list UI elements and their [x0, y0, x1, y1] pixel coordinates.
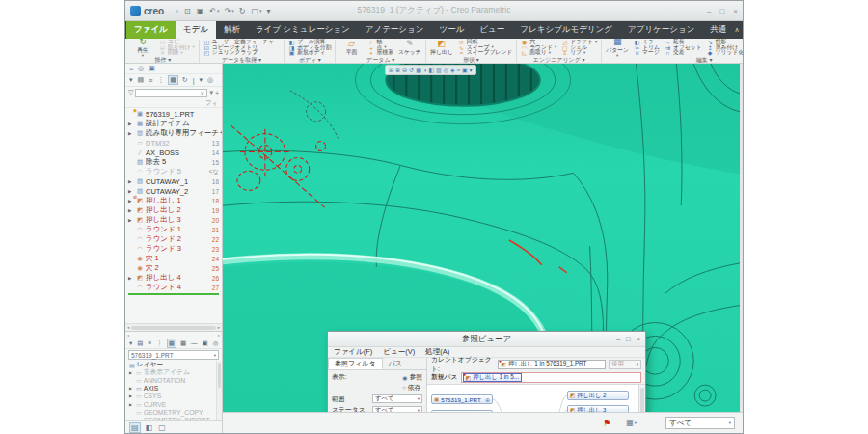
expand-arrow-icon[interactable]: ▶ [128, 208, 134, 213]
tree-row[interactable]: ◠ ラウンド 4 27 [125, 283, 222, 292]
expand-arrow-icon[interactable]: ▶ [128, 122, 134, 126]
layer-toolbar-button[interactable]: ▦ [179, 339, 187, 347]
layer-toolbar-button[interactable]: ▦ [167, 339, 176, 348]
navigator-dock-tab[interactable]: ▤ [129, 422, 141, 433]
ribbon-button-pattern[interactable]: ▦パターン▾ [605, 40, 630, 56]
tree-row[interactable]: ⁄ AX_BOSS 14 [125, 148, 222, 157]
layers-vertical-scrollbar[interactable] [216, 361, 222, 420]
layer-row[interactable]: ▶ ▭ 非表示アイテム [125, 368, 222, 376]
filter-dropdown-icon[interactable]: ▾ [209, 89, 213, 96]
notification-flag-icon[interactable]: ⚑ [603, 419, 610, 428]
tree-toolbar-button[interactable]: ↻ [181, 76, 189, 84]
tree-row[interactable]: ◉ 穴 1 24 [125, 254, 222, 263]
qat-button[interactable]: ▾ [266, 7, 271, 15]
graphics-tool-icon[interactable]: ⊖ [402, 67, 407, 73]
expand-arrow-icon[interactable]: ▶ [128, 276, 134, 281]
show-radio[interactable]: ◉参照 [402, 372, 422, 382]
ribbon-group-label[interactable]: データム ▾ [339, 56, 421, 64]
ribbon-tab[interactable]: フレキシブルモデリング [512, 21, 620, 39]
qat-button[interactable]: ▣ [197, 7, 205, 15]
selection-filter-button[interactable]: ▦ ▾ [626, 419, 637, 427]
graph-node[interactable]: ◩押し出し 3 [567, 405, 629, 412]
filter-add-icon[interactable]: + [215, 90, 219, 96]
layer-row[interactable]: ▭ GEOMETRY_IMPORT [125, 416, 222, 420]
ribbon-button-regenerate[interactable]: ↻再生▾ [130, 40, 155, 56]
ribbon-button-delete[interactable]: ✕削除▾ [158, 50, 196, 56]
maximize-button[interactable]: □ [719, 7, 724, 15]
tree-row[interactable]: ▨ 除去 5 15 [125, 157, 222, 167]
ribbon-tab[interactable]: 解析 [216, 21, 248, 39]
tree-search-input[interactable]: ✕ [135, 89, 207, 97]
navigator-dock-tab[interactable]: ▢ [157, 423, 167, 432]
selection-filter-combo[interactable]: すべて ▾ [665, 417, 735, 429]
tree-row[interactable]: ◠ ラウンド 5 <な [125, 167, 222, 176]
ribbon-tab[interactable]: アプリケーション [620, 21, 702, 39]
minimize-button[interactable]: – [707, 7, 711, 15]
layer-row[interactable]: ▶ ▭ AXIS [125, 385, 222, 393]
graphics-tool-icon[interactable]: ↺ [409, 67, 414, 73]
graphics-area[interactable]: ⊞⊕⊖↺▦◑◧▥◎◈≈▣▾ 参照ビューア – □ × [223, 64, 743, 412]
ribbon-group-label[interactable]: データを取得 ▾ [203, 56, 281, 64]
navigator-dock-tab[interactable]: ◧ [145, 423, 154, 432]
tree-toolbar-button[interactable]: ◎ [206, 76, 214, 84]
dialog-title-bar[interactable]: 参照ビューア – □ × [328, 332, 645, 347]
ribbon-button-extrude[interactable]: ◩押し出し [429, 40, 454, 56]
graphics-tool-icon[interactable]: ◈ [450, 67, 455, 73]
tree-row[interactable]: ◉ 穴 2 25 [125, 263, 222, 273]
layer-toolbar-button[interactable]: ≡ [147, 339, 152, 346]
tree-toolbar-button[interactable]: ⋮ [156, 76, 165, 84]
insert-here-indicator[interactable] [128, 293, 219, 295]
tree-row[interactable]: ▱ DTM32 13 [125, 138, 222, 148]
tree-row[interactable]: ▶ ◩ 押し出し 3 20 [125, 215, 222, 225]
tree-row[interactable]: ▶ ▥ 読み取り専用フィーチャー <な [125, 128, 222, 138]
expand-arrow-icon[interactable]: ▶ [129, 402, 134, 407]
graphics-tool-icon[interactable]: ⊕ [395, 67, 400, 73]
expand-arrow-icon[interactable]: ▶ [129, 370, 134, 375]
graphics-tool-icon[interactable]: ◧ [428, 67, 434, 73]
navigator-icon[interactable]: ▣ [149, 65, 155, 72]
dialog-tab[interactable]: パス [383, 358, 408, 369]
tree-row[interactable]: ◠ ラウンド 3 23 [125, 244, 222, 254]
current-object-combo[interactable]: 使用 ▾ [609, 360, 641, 369]
graphics-tool-icon[interactable]: ▾ [470, 67, 473, 73]
close-button[interactable]: × [733, 7, 738, 15]
tree-toolbar-button[interactable]: ▾ [199, 76, 204, 84]
tree-row[interactable]: ▶ ▧ CUTAWAY_2 17 [125, 186, 222, 196]
dialog-maximize-button[interactable]: □ [626, 335, 631, 343]
layer-row[interactable]: ▶ ▭ CSYS [125, 393, 222, 400]
tree-toolbar-button[interactable]: ▦ [168, 75, 178, 85]
expand-arrow-icon[interactable]: ▶ [128, 218, 134, 223]
tree-row[interactable]: ▶ ▦ 設計アイテム [125, 119, 222, 128]
graph-node[interactable]: ◩押し出し 2 [567, 391, 629, 400]
graphics-tool-icon[interactable]: ▦ [416, 67, 421, 73]
tree-row[interactable]: ◠ ラウンド 1 21 [125, 225, 222, 234]
expand-arrow-icon[interactable]: ▶ [128, 189, 134, 194]
qat-button[interactable]: ↷▾ [224, 7, 233, 15]
ribbon-group-label[interactable]: 形状 ▾ [429, 56, 513, 64]
ribbon-button-sketch[interactable]: ✎スケッチ [397, 40, 422, 56]
scroll-thumb[interactable] [131, 326, 215, 330]
layer-toolbar-button[interactable]: ⋮ [155, 339, 164, 347]
layer-toolbar-button[interactable]: — [190, 339, 199, 346]
filter-combo[interactable]: すべて▾ [372, 394, 422, 403]
filter-combo[interactable]: すべて▾ [372, 406, 422, 412]
tree-row[interactable]: ◆▣ 576319_1.PRT [125, 109, 222, 119]
tree-row[interactable]: ▶ ▧ CUTAWAY_1 16 [125, 176, 222, 186]
layer-toolbar-button[interactable]: ▾ [128, 339, 133, 347]
tree-toolbar-button[interactable]: ▤ [137, 76, 146, 84]
graphics-tool-icon[interactable]: ⊞ [389, 67, 393, 73]
graphics-tool-icon[interactable]: ▥ [436, 67, 442, 73]
path-chip[interactable]: ●◩ 押し出し 1 in 5... [463, 373, 523, 382]
layer-row[interactable]: ▭ GEOMETRY_COPY [125, 408, 222, 416]
tree-toolbar-button[interactable]: ≡ [148, 77, 153, 84]
path-breadcrumb-bar[interactable]: ●◩ 押し出し 1 in 5... [461, 372, 641, 383]
scroll-left-icon[interactable]: ◂ [127, 325, 129, 330]
ribbon-tab[interactable]: ライブ シミュレーション [248, 21, 358, 39]
tabbar-icon[interactable]: ∧ [734, 26, 739, 34]
ribbon-button-plane[interactable]: ▱平面 [339, 40, 364, 56]
expand-arrow-icon[interactable]: ▶ [129, 386, 134, 391]
expand-arrow-icon[interactable]: ▶ [128, 131, 134, 136]
qat-button[interactable]: ▫ [176, 7, 179, 15]
qat-button[interactable]: ↶▾ [209, 7, 219, 15]
tree-row[interactable]: ◠ ラウンド 2 22 [125, 234, 222, 244]
